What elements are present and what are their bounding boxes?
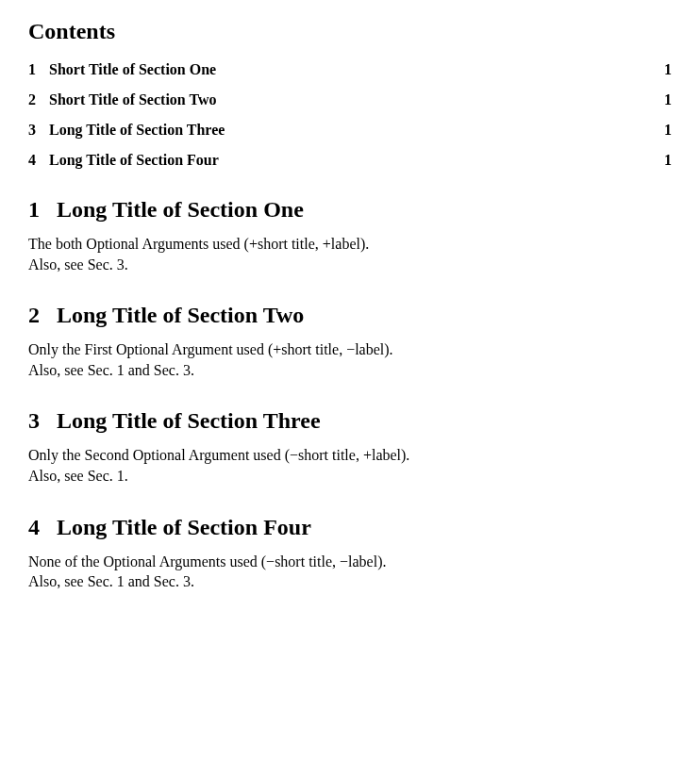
section-body-line: Also, see Sec. 1.	[28, 466, 672, 487]
toc-entry-title: Long Title of Section Three	[49, 122, 225, 139]
toc-entry-title: Short Title of Section Two	[49, 91, 217, 108]
section-number: 4	[28, 515, 40, 540]
section: 4Long Title of Section Four None of the …	[28, 515, 672, 592]
toc-entry-page: 1	[664, 91, 672, 108]
section: 3Long Title of Section Three Only the Se…	[28, 408, 672, 486]
section-number: 1	[28, 197, 40, 223]
section-title: Long Title of Section One	[57, 197, 304, 222]
section-heading: 1Long Title of Section One	[28, 197, 672, 223]
section-body-line: The both Optional Arguments used (+short…	[28, 234, 672, 255]
toc-entry: 1 Short Title of Section One 1	[28, 61, 672, 78]
section-title: Long Title of Section Four	[57, 515, 311, 539]
section-number: 3	[28, 408, 40, 434]
section-heading: 4Long Title of Section Four	[28, 515, 672, 540]
section-body-line: Also, see Sec. 1 and Sec. 3.	[28, 360, 672, 381]
toc-entry-page: 1	[664, 152, 672, 169]
toc-entry-title: Short Title of Section One	[49, 61, 216, 78]
section-heading: 2Long Title of Section Two	[28, 303, 672, 328]
section-title: Long Title of Section Two	[57, 303, 304, 327]
toc-entry: 4 Long Title of Section Four 1	[28, 152, 672, 169]
section: 2Long Title of Section Two Only the Firs…	[28, 303, 672, 380]
section-title: Long Title of Section Three	[57, 408, 321, 433]
toc-entry-title: Long Title of Section Four	[49, 152, 219, 169]
toc-title: Contents	[28, 19, 672, 44]
section-body-line: Only the First Optional Argument used (+…	[28, 339, 672, 360]
toc-entry-page: 1	[664, 61, 672, 78]
section-body-line: Also, see Sec. 1 and Sec. 3.	[28, 571, 672, 592]
section-heading: 3Long Title of Section Three	[28, 408, 672, 434]
section-body-line: None of the Optional Arguments used (−sh…	[28, 552, 672, 572]
toc-entry-num: 3	[28, 122, 36, 139]
section: 1Long Title of Section One The both Opti…	[28, 197, 672, 274]
toc-entry-num: 1	[28, 61, 36, 78]
section-number: 2	[28, 303, 40, 328]
section-body-line: Also, see Sec. 3.	[28, 255, 672, 275]
toc-entry-num: 2	[28, 91, 36, 108]
toc-entry-num: 4	[28, 152, 36, 169]
section-body-line: Only the Second Optional Argument used (…	[28, 445, 672, 466]
toc-entry: 3 Long Title of Section Three 1	[28, 122, 672, 139]
toc-entry: 2 Short Title of Section Two 1	[28, 91, 672, 108]
toc-entry-page: 1	[664, 122, 672, 139]
